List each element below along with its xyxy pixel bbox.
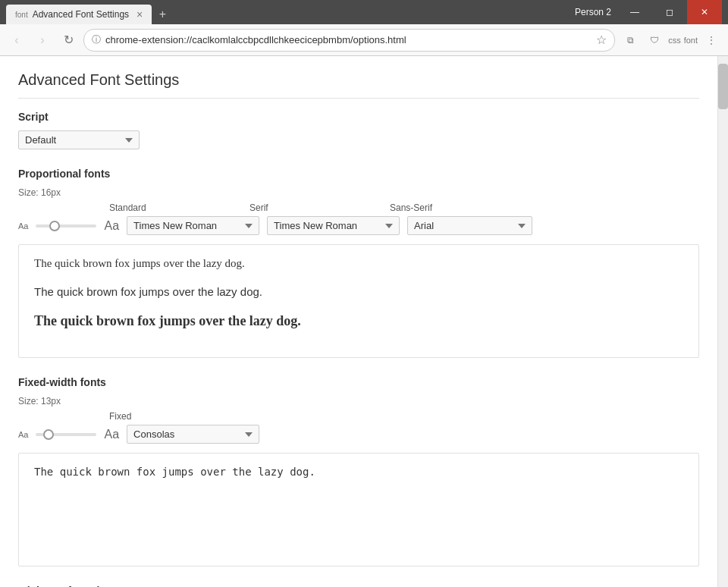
user-profile[interactable]: Person 2 <box>575 7 611 17</box>
fixed-aa-large: Aa <box>104 428 119 441</box>
fixed-size-slider[interactable] <box>36 433 96 436</box>
css-label: css <box>668 36 681 45</box>
proportional-size-label: Size: 16px <box>18 187 699 198</box>
sans-serif-font-dropdown[interactable]: Arial Helvetica <box>407 216 532 235</box>
standard-font-dropdown[interactable]: Times New Roman Arial Georgia <box>127 216 259 235</box>
security-icon: ⓘ <box>92 33 101 46</box>
proportional-font-row: Aa Aa Times New Roman Arial Georgia Time… <box>18 216 699 235</box>
fixed-font-dropdown[interactable]: Consolas Courier New Monospace <box>127 425 259 444</box>
page-wrapper: Advanced Font Settings Script Default Ar… <box>0 56 728 587</box>
serif-column-header: Serif <box>249 202 382 213</box>
toolbar-icons: ⧉ 🛡 css font ⋮ <box>620 30 722 51</box>
fixed-column-header: Fixed <box>109 411 131 422</box>
scrollbar[interactable] <box>717 56 728 587</box>
script-dropdown[interactable]: Default Arabic Cyrillic Greek Hebrew Jap… <box>18 130 140 149</box>
preview-line-2: The quick brown fox jumps over the lazy … <box>34 285 683 298</box>
proportional-fonts-title: Proportional fonts <box>18 168 699 180</box>
tab-title: Advanced Font Settings <box>33 9 129 20</box>
url-text: chrome-extension://caclkomlalccbpcdllchk… <box>105 34 592 46</box>
bookmark-star-icon[interactable]: ☆ <box>596 33 607 47</box>
address-bar: ‹ › ↻ ⓘ chrome-extension://caclkomlalccb… <box>0 24 728 56</box>
forward-button[interactable]: › <box>32 30 53 51</box>
proportional-aa-large: Aa <box>104 219 119 233</box>
tab-area: font Advanced Font Settings × + <box>6 0 575 24</box>
standard-column-header: Standard <box>109 202 242 213</box>
script-select-container: Default Arabic Cyrillic Greek Hebrew Jap… <box>18 130 699 149</box>
page-content: Advanced Font Settings Script Default Ar… <box>0 56 717 587</box>
fixed-width-fonts-section: Fixed-width fonts Size: 13px Fixed Aa Aa… <box>18 376 699 567</box>
page-title: Advanced Font Settings <box>18 71 699 99</box>
serif-font-dropdown[interactable]: Times New Roman Georgia <box>267 216 400 235</box>
back-button[interactable]: ‹ <box>6 30 27 51</box>
proportional-fonts-section: Proportional fonts Size: 16px Standard S… <box>18 168 699 358</box>
proportional-preview-box: The quick brown fox jumps over the lazy … <box>18 244 699 358</box>
window-controls: — ◻ ✕ <box>617 0 722 24</box>
menu-button[interactable]: ⋮ <box>701 30 722 51</box>
tab-favicon: font <box>15 11 28 19</box>
title-bar: font Advanced Font Settings × + Person 2… <box>0 0 728 24</box>
maximize-button[interactable]: ◻ <box>652 0 687 24</box>
fixed-font-row: Aa Aa Consolas Courier New Monospace <box>18 425 699 444</box>
script-label: Script <box>18 111 699 123</box>
fixed-preview-line: The quick brown fox jumps over the lazy … <box>34 466 683 478</box>
fixed-width-fonts-title: Fixed-width fonts <box>18 376 699 388</box>
minimize-button[interactable]: — <box>617 0 652 24</box>
active-tab[interactable]: font Advanced Font Settings × <box>6 5 152 24</box>
new-tab-button[interactable]: + <box>152 5 173 24</box>
script-section: Script Default Arabic Cyrillic Greek Heb… <box>18 111 699 149</box>
fixed-size-label: Size: 13px <box>18 396 699 407</box>
proportional-aa-small: Aa <box>18 221 28 231</box>
refresh-button[interactable]: ↻ <box>58 30 79 51</box>
font-label: font <box>684 36 698 45</box>
fixed-slider-container <box>36 433 96 436</box>
tab-close-button[interactable]: × <box>136 8 143 20</box>
scrollbar-thumb[interactable] <box>718 64 728 109</box>
proportional-slider-container <box>36 224 96 228</box>
shield-icon[interactable]: 🛡 <box>644 30 665 51</box>
sans-serif-column-header: Sans-Serif <box>390 202 515 213</box>
preview-line-3: The quick brown fox jumps over the lazy … <box>34 313 683 329</box>
close-button[interactable]: ✕ <box>687 0 722 24</box>
fixed-aa-small: Aa <box>18 430 28 439</box>
preview-line-1: The quick brown fox jumps over the lazy … <box>34 257 683 270</box>
url-bar[interactable]: ⓘ chrome-extension://caclkomlalccbpcdllc… <box>83 29 615 52</box>
fixed-preview-box: The quick brown fox jumps over the lazy … <box>18 453 699 567</box>
proportional-size-slider[interactable] <box>36 224 96 228</box>
extensions-icon[interactable]: ⧉ <box>620 30 641 51</box>
